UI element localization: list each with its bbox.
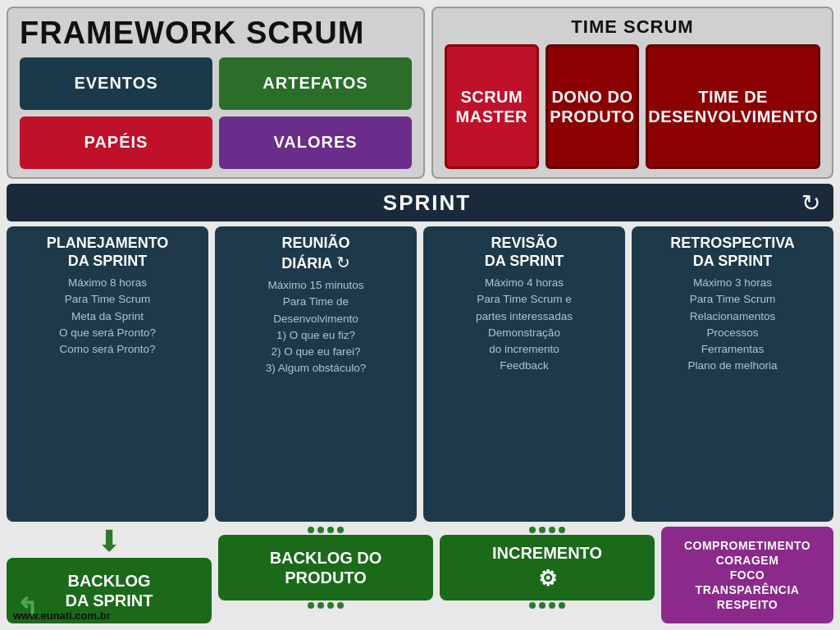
dot xyxy=(549,527,555,533)
card-body-retrospectiva: Máximo 3 horas Para Time Scrum Relaciona… xyxy=(641,275,824,514)
card-body-reuniao: Máximo 15 minutos Para Time de Desenvolv… xyxy=(225,277,407,514)
btn-incremento[interactable]: INCREMENTO ⚙ xyxy=(440,535,655,600)
dots-bottom xyxy=(308,602,344,609)
dot xyxy=(529,602,536,609)
card-title-planejamento: PLANEJAMENTODA SPRINT xyxy=(16,235,199,270)
btn-papeis[interactable]: PAPÉIS xyxy=(20,116,212,169)
dot xyxy=(308,527,314,533)
btn-time-dev[interactable]: TIME DEDESENVOLVIMENTO xyxy=(646,44,820,169)
backlog-produto-label: BACKLOG DO PRODUTO xyxy=(270,548,382,587)
valor-comprometimento: COMPROMETIMENTO xyxy=(684,539,810,552)
dot xyxy=(327,602,334,609)
bottom-section: ⬇ BACKLOG DA SPRINT ↰ BACKLOG DO PRODUTO xyxy=(7,527,833,623)
main-container: FRAMEWORK SCRUM EVENTOS ARTEFATOS PAPÉIS… xyxy=(0,0,840,630)
time-scrum-buttons: SCRUMMASTER DONO DOPRODUTO TIME DEDESENV… xyxy=(445,44,820,169)
valor-respeito: RESPEITO xyxy=(717,598,778,611)
main-title: FRAMEWORK SCRUM xyxy=(20,16,412,51)
btn-valores[interactable]: VALORES xyxy=(219,116,412,169)
website-label: www.eunati.com.br xyxy=(13,609,111,622)
card-title-revisao: REVISÃODA SPRINT xyxy=(433,235,615,270)
sprint-card-reuniao: REUNIÃODIÁRIA ↻ Máximo 15 minutos Para T… xyxy=(215,226,417,522)
dot xyxy=(337,527,344,533)
top-section: FRAMEWORK SCRUM EVENTOS ARTEFATOS PAPÉIS… xyxy=(7,7,833,179)
dot xyxy=(559,527,565,533)
time-scrum-title: TIME SCRUM xyxy=(445,16,820,38)
dot xyxy=(529,527,536,533)
btn-artefatos[interactable]: ARTEFATOS xyxy=(219,57,412,110)
incremento-label: INCREMENTO xyxy=(492,544,602,563)
backlog-produto-wrapper: BACKLOG DO PRODUTO xyxy=(218,527,433,623)
dots-top xyxy=(308,527,344,533)
sprint-cards: PLANEJAMENTODA SPRINT Máximo 8 horas Par… xyxy=(7,226,833,522)
card-title-retrospectiva: RETROSPECTIVADA SPRINT xyxy=(641,235,824,270)
dot xyxy=(539,527,546,533)
buttons-grid: EVENTOS ARTEFATOS PAPÉIS VALORES xyxy=(20,57,412,169)
incremento-wrapper: INCREMENTO ⚙ xyxy=(440,527,655,623)
refresh-icon: ↻ xyxy=(801,189,820,217)
dots-incremento-top xyxy=(529,527,565,533)
right-panel: TIME SCRUM SCRUMMASTER DONO DOPRODUTO TI… xyxy=(431,7,833,179)
card-title-reuniao: REUNIÃODIÁRIA ↻ xyxy=(225,235,407,272)
sprint-banner: SPRINT ↻ xyxy=(7,184,833,221)
btn-dono-produto[interactable]: DONO DOPRODUTO xyxy=(546,44,640,169)
sprint-title: SPRINT xyxy=(52,190,801,216)
sprint-card-revisao: REVISÃODA SPRINT Máximo 4 horas Para Tim… xyxy=(423,226,625,522)
card-body-planejamento: Máximo 8 horas Para Time Scrum Meta da S… xyxy=(16,275,199,514)
dot xyxy=(317,527,324,533)
dot xyxy=(539,602,546,609)
valores-panel: COMPROMETIMENTO CORAGEM FOCO TRANSPARÊNC… xyxy=(661,527,833,623)
btn-eventos[interactable]: EVENTOS xyxy=(20,57,212,110)
card-body-revisao: Máximo 4 horas Para Time Scrum e partes … xyxy=(433,275,615,514)
sprint-card-retrospectiva: RETROSPECTIVADA SPRINT Máximo 3 horas Pa… xyxy=(632,226,833,522)
sprint-card-planejamento: PLANEJAMENTODA SPRINT Máximo 8 horas Par… xyxy=(7,226,208,522)
dot xyxy=(549,602,555,609)
valor-coragem: CORAGEM xyxy=(716,554,779,567)
dot xyxy=(308,602,314,609)
dot xyxy=(327,527,334,533)
valor-foco: FOCO xyxy=(730,568,765,582)
btn-scrum-master[interactable]: SCRUMMASTER xyxy=(445,44,539,169)
dot xyxy=(337,602,344,609)
left-panel: FRAMEWORK SCRUM EVENTOS ARTEFATOS PAPÉIS… xyxy=(7,7,425,179)
dots-incremento-bottom xyxy=(529,602,565,609)
btn-backlog-produto[interactable]: BACKLOG DO PRODUTO xyxy=(218,535,433,600)
gear-icon: ⚙ xyxy=(538,566,557,591)
dot xyxy=(559,602,565,609)
dot xyxy=(317,602,324,609)
valor-transparencia: TRANSPARÊNCIA xyxy=(696,583,800,596)
arrow-down-icon: ⬇ xyxy=(97,527,121,556)
backlog-sprint-label: BACKLOG DA SPRINT xyxy=(65,571,153,610)
